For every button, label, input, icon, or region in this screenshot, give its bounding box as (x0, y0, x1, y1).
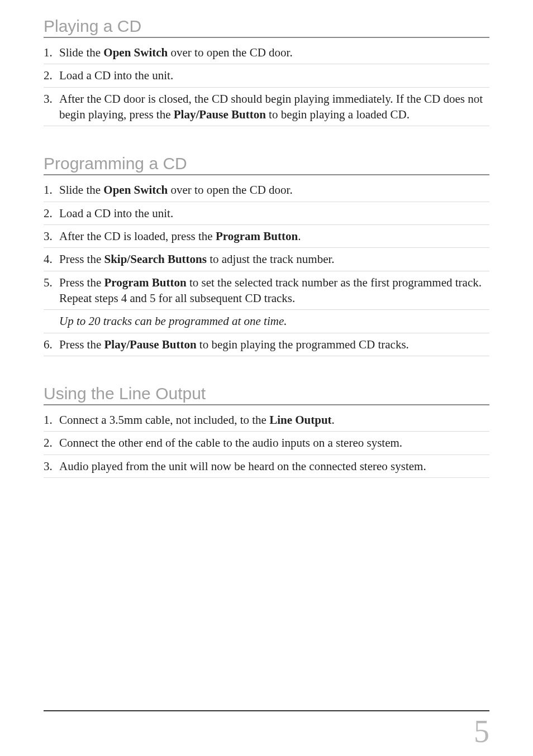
text-run: After the CD is loaded, press the (59, 229, 216, 243)
text-run: Press the (59, 276, 104, 289)
step-item: Load a CD into the unit. (44, 202, 489, 225)
bold-term: Line Output (269, 413, 331, 427)
section-heading: Programming a CD (44, 154, 489, 175)
step-item: After the CD door is closed, the CD shou… (44, 88, 489, 127)
bold-term: Open Switch (103, 46, 168, 59)
text-run: Connect a 3.5mm cable, not included, to … (59, 413, 269, 427)
text-run: Slide the (59, 46, 103, 59)
text-run: to begin playing a loaded CD. (266, 108, 410, 121)
section: Programming a CDSlide the Open Switch ov… (44, 154, 489, 356)
text-run: Press the (59, 338, 104, 351)
bold-term: Program Button (104, 276, 187, 289)
step-list: Slide the Open Switch over to open the C… (44, 41, 489, 126)
bold-term: Open Switch (103, 183, 168, 197)
section: Using the Line OutputConnect a 3.5mm cab… (44, 384, 489, 478)
step-item: Press the Program Button to set the sele… (44, 271, 489, 310)
text-run: over to open the CD door. (168, 183, 292, 197)
step-item: After the CD is loaded, press the Progra… (44, 225, 489, 248)
step-item: Audio played from the unit will now be h… (44, 455, 489, 478)
text-run: Up to 20 tracks can be programmed at one… (59, 314, 287, 328)
step-item: Press the Play/Pause Button to begin pla… (44, 333, 489, 356)
note-row: Up to 20 tracks can be programmed at one… (44, 310, 489, 333)
text-run: Audio played from the unit will now be h… (59, 460, 426, 473)
step-item: Load a CD into the unit. (44, 64, 489, 87)
page-number: 5 (474, 714, 489, 749)
bold-term: Skip/Search Buttons (104, 252, 207, 266)
section-heading: Playing a CD (44, 17, 489, 38)
text-run: to begin playing the programmed CD track… (197, 338, 409, 351)
step-list: Connect a 3.5mm cable, not included, to … (44, 409, 489, 478)
step-item: Press the Skip/Search Buttons to adjust … (44, 248, 489, 271)
step-item: Connect the other end of the cable to th… (44, 432, 489, 454)
step-item: Connect a 3.5mm cable, not included, to … (44, 409, 489, 432)
text-run: Press the (59, 252, 104, 266)
text-run: Load a CD into the unit. (59, 207, 173, 220)
bold-term: Play/Pause Button (104, 338, 197, 351)
step-item: Slide the Open Switch over to open the C… (44, 179, 489, 202)
manual-page: Playing a CDSlide the Open Switch over t… (0, 0, 533, 756)
bold-term: Program Button (216, 229, 298, 243)
section-heading: Using the Line Output (44, 384, 489, 405)
text-run: Slide the (59, 183, 103, 197)
text-run: Load a CD into the unit. (59, 69, 173, 82)
text-run: to adjust the track number. (207, 252, 335, 266)
section: Playing a CDSlide the Open Switch over t… (44, 17, 489, 126)
step-list: Slide the Open Switch over to open the C… (44, 179, 489, 356)
step-item: Slide the Open Switch over to open the C… (44, 41, 489, 64)
footer-rule (44, 710, 489, 711)
text-run: over to open the CD door. (168, 46, 292, 59)
bold-term: Play/Pause Button (174, 108, 266, 121)
text-run: Connect the other end of the cable to th… (59, 436, 402, 449)
text-run: . (332, 413, 335, 427)
text-run: . (298, 229, 301, 243)
